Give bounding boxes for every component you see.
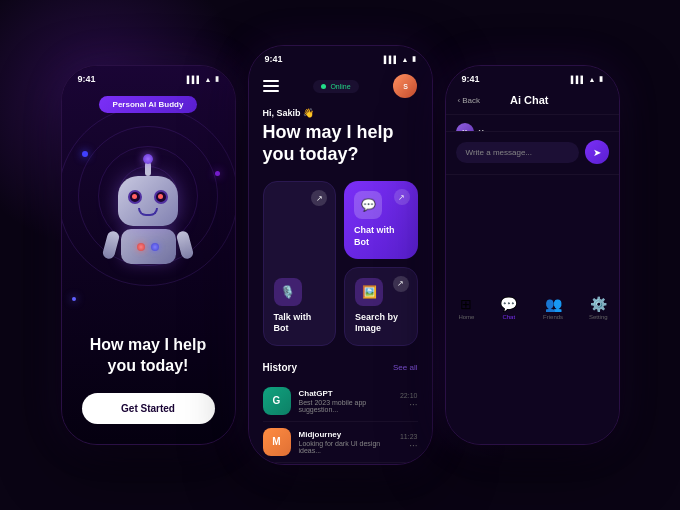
talk-with-bot-arrow: ↗ xyxy=(311,190,327,206)
back-label: Back xyxy=(462,96,480,105)
ai-chat-title: Ai Chat xyxy=(488,94,571,106)
send-button[interactable]: ➤ xyxy=(585,140,609,164)
robot-smile xyxy=(138,208,158,216)
history-item-chatgpt[interactable]: G ChatGPT Best 2023 mobile app suggestio… xyxy=(263,381,418,422)
online-text: Online xyxy=(330,83,350,90)
get-started-button[interactable]: Get Started xyxy=(82,393,215,424)
robot-arm-right xyxy=(176,230,195,260)
phone-1-time: 9:41 xyxy=(78,74,96,84)
chatgpt-preview: Best 2023 mobile app suggestion... xyxy=(299,399,392,413)
nav3-chat-label: Chat xyxy=(502,314,515,320)
midjourney-content: Midjourney Looking for dark UI design id… xyxy=(299,430,392,454)
back-button[interactable]: ‹ Back xyxy=(458,96,480,105)
nav3-friends[interactable]: 👥 Friends xyxy=(543,296,563,320)
robot-area xyxy=(62,141,235,321)
robot-body xyxy=(121,229,176,264)
phone-2-status-icons: ▌▌▌ ▲ ▮ xyxy=(384,55,416,63)
send-icon: ➤ xyxy=(593,147,601,158)
phones-container: 9:41 ▌▌▌ ▲ ▮ Personal AI Buddy xyxy=(61,45,620,465)
nav3-settings[interactable]: ⚙️ Setting xyxy=(589,296,608,320)
chat-with-bot-card[interactable]: ↗ 💬 Chat with Bot xyxy=(344,181,418,258)
greeting-question: How may I help you today? xyxy=(263,122,418,165)
signal-icon-3: ▌▌▌ xyxy=(571,76,586,83)
talk-with-bot-icon: 🎙️ xyxy=(274,278,302,306)
battery-icon: ▮ xyxy=(215,75,219,83)
menu-line-2 xyxy=(263,85,279,87)
chat-messages: Y You Human: Hello! How can I improve my… xyxy=(446,115,619,131)
battery-icon-2: ▮ xyxy=(412,55,416,63)
home-icon-3: ⊞ xyxy=(460,296,472,312)
nav3-settings-label: Setting xyxy=(589,314,608,320)
phone-3-screen: 9:41 ▌▌▌ ▲ ▮ ‹ Back Ai Chat xyxy=(446,66,619,444)
phone-2-top-bar: Online S xyxy=(249,68,432,104)
signal-icon-2: ▌▌▌ xyxy=(384,56,399,63)
see-all-link[interactable]: See all xyxy=(393,363,417,372)
message-1: Y You Human: Hello! How can I improve my… xyxy=(456,123,609,131)
phone-1-screen: 9:41 ▌▌▌ ▲ ▮ Personal AI Buddy xyxy=(62,66,235,444)
chat-header: ‹ Back Ai Chat xyxy=(446,88,619,115)
phone-3-status-icons: ▌▌▌ ▲ ▮ xyxy=(571,75,603,83)
menu-line-3 xyxy=(263,90,279,92)
robot-eyes xyxy=(118,176,178,204)
robot-arm-left xyxy=(102,230,121,260)
history-section: History See all G ChatGPT Best 2023 mobi… xyxy=(249,354,432,465)
phone-2-home: 9:41 ▌▌▌ ▲ ▮ Online S xyxy=(248,45,433,465)
nav3-chat[interactable]: 💬 Chat xyxy=(500,296,517,320)
phone-2-status-bar: 9:41 ▌▌▌ ▲ ▮ xyxy=(249,46,432,68)
chatgpt-time: 22:10 xyxy=(400,392,418,399)
float-dot-3 xyxy=(72,297,76,301)
settings-icon-3: ⚙️ xyxy=(590,296,607,312)
midjourney-dots[interactable]: ··· xyxy=(400,440,418,451)
greeting-section: Hi, Sakib 👋 How may I help you today? xyxy=(249,104,432,173)
phone-1-personal-ai-buddy: 9:41 ▌▌▌ ▲ ▮ Personal AI Buddy xyxy=(61,65,236,445)
search-by-image-icon: 🖼️ xyxy=(355,278,383,306)
chatgpt-name: ChatGPT xyxy=(299,389,392,398)
phone-2-time: 9:41 xyxy=(265,54,283,64)
history-item-midjourney[interactable]: M Midjourney Looking for dark UI design … xyxy=(263,422,418,463)
chat-input-bar: Write a message... ➤ xyxy=(446,131,619,174)
action-grid: ↗ 🎙️ Talk withBot ↗ 💬 Chat with Bot ↗ 🖼️… xyxy=(249,173,432,354)
menu-icon[interactable] xyxy=(263,80,279,92)
phone-1-status-bar: 9:41 ▌▌▌ ▲ ▮ xyxy=(62,66,235,88)
chatgpt-dots[interactable]: ··· xyxy=(400,399,418,410)
phone-3-chat: 9:41 ▌▌▌ ▲ ▮ ‹ Back Ai Chat xyxy=(445,65,620,445)
chat-icon-3: 💬 xyxy=(500,296,517,312)
wifi-icon-2: ▲ xyxy=(402,56,409,63)
search-by-image-label: Search by Image xyxy=(355,312,407,335)
search-by-image-arrow: ↗ xyxy=(393,276,409,292)
user-avatar[interactable]: S xyxy=(393,74,417,98)
nav3-home[interactable]: ⊞ Home xyxy=(458,296,474,320)
online-dot xyxy=(321,84,326,89)
nav3-friends-label: Friends xyxy=(543,314,563,320)
midjourney-name: Midjourney xyxy=(299,430,392,439)
nav3-home-label: Home xyxy=(458,314,474,320)
friends-icon-3: 👥 xyxy=(545,296,562,312)
chatgpt-content: ChatGPT Best 2023 mobile app suggestion.… xyxy=(299,389,392,413)
search-by-image-card[interactable]: ↗ 🖼️ Search by Image xyxy=(344,267,418,346)
history-title: History xyxy=(263,362,297,373)
chat-with-bot-icon: 💬 xyxy=(354,191,382,219)
wifi-icon: ▲ xyxy=(205,76,212,83)
robot-eye-left xyxy=(128,190,142,204)
float-dot-2 xyxy=(215,171,220,176)
online-status-badge: Online xyxy=(313,80,358,93)
battery-icon-3: ▮ xyxy=(599,75,603,83)
midjourney-preview: Looking for dark UI design ideas... xyxy=(299,440,392,454)
robot-figure xyxy=(103,176,193,286)
midjourney-meta: 11:23 ··· xyxy=(400,433,418,451)
talk-with-bot-label: Talk withBot xyxy=(274,312,326,335)
signal-icon: ▌▌▌ xyxy=(187,76,202,83)
phone-3-status-bar: 9:41 ▌▌▌ ▲ ▮ xyxy=(446,66,619,88)
greeting-hi: Hi, Sakib 👋 xyxy=(263,108,418,118)
chevron-left-icon: ‹ xyxy=(458,96,461,105)
midjourney-icon: M xyxy=(263,428,291,456)
chatgpt-icon: G xyxy=(263,387,291,415)
robot-head xyxy=(118,176,178,226)
message-1-sender: Y You xyxy=(456,123,609,131)
talk-with-bot-card[interactable]: ↗ 🎙️ Talk withBot xyxy=(263,181,337,346)
robot-eye-right xyxy=(154,190,168,204)
history-item-google[interactable]: G Google Ai Show 31 inspired color palet… xyxy=(263,463,418,465)
message-input[interactable]: Write a message... xyxy=(456,142,579,163)
phone-1-main-title: How may I help you today! xyxy=(82,335,215,377)
chatgpt-meta: 22:10 ··· xyxy=(400,392,418,410)
